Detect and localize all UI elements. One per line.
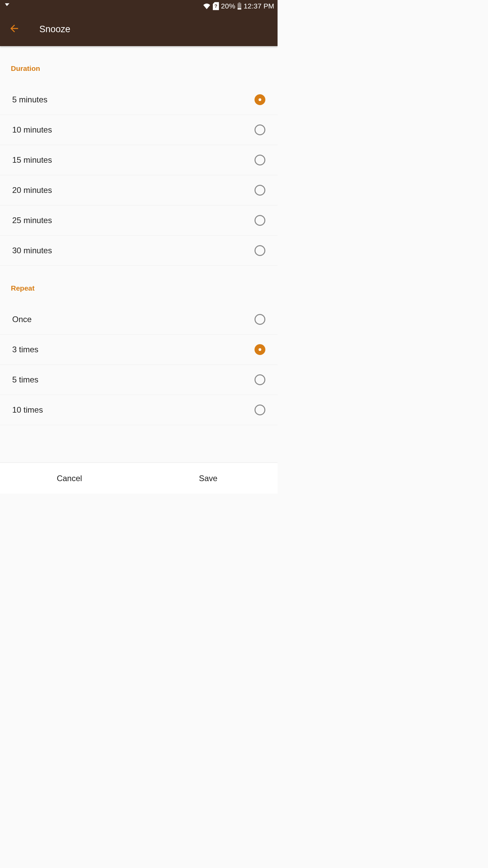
content-scroll[interactable]: Duration 5 minutes 10 minutes 15 minutes… bbox=[0, 46, 278, 462]
back-arrow-icon bbox=[8, 23, 20, 36]
duration-option-10-minutes[interactable]: 10 minutes bbox=[0, 115, 278, 145]
option-label: 10 minutes bbox=[12, 125, 255, 135]
statusbar: ? 20% 12:37 PM bbox=[0, 0, 278, 12]
screen: ? 20% 12:37 PM Snooze bbox=[0, 0, 278, 494]
option-label: 25 minutes bbox=[12, 216, 255, 225]
radio-selected-icon bbox=[255, 344, 265, 355]
option-label: 30 minutes bbox=[12, 246, 255, 255]
svg-text:?: ? bbox=[215, 3, 218, 9]
radio-unselected-icon bbox=[255, 374, 265, 385]
clock-text: 12:37 PM bbox=[244, 2, 274, 10]
duration-option-30-minutes[interactable]: 30 minutes bbox=[0, 236, 278, 266]
duration-option-20-minutes[interactable]: 20 minutes bbox=[0, 175, 278, 205]
svg-rect-4 bbox=[238, 8, 241, 9]
radio-unselected-icon bbox=[255, 215, 265, 226]
battery-icon bbox=[237, 2, 242, 10]
statusbar-right: ? 20% 12:37 PM bbox=[203, 2, 274, 10]
appbar: Snooze bbox=[0, 12, 278, 46]
repeat-option-once[interactable]: Once bbox=[0, 304, 278, 335]
footer: Cancel Save bbox=[0, 462, 278, 494]
duration-heading: Duration bbox=[0, 46, 278, 85]
radio-unselected-icon bbox=[255, 185, 265, 196]
page-title: Snooze bbox=[39, 24, 70, 35]
duration-option-15-minutes[interactable]: 15 minutes bbox=[0, 145, 278, 175]
cancel-button[interactable]: Cancel bbox=[0, 463, 139, 494]
option-label: Once bbox=[12, 315, 255, 324]
option-label: 3 times bbox=[12, 345, 255, 354]
wifi-icon bbox=[203, 2, 211, 10]
sim-unknown-icon: ? bbox=[213, 2, 219, 10]
option-label: 5 minutes bbox=[12, 95, 255, 104]
option-label: 10 times bbox=[12, 405, 255, 415]
radio-selected-icon bbox=[255, 94, 265, 105]
radio-unselected-icon bbox=[255, 314, 265, 325]
battery-percentage-text: 20% bbox=[221, 2, 235, 10]
svg-rect-2 bbox=[239, 2, 241, 3]
radio-unselected-icon bbox=[255, 245, 265, 256]
repeat-option-10-times[interactable]: 10 times bbox=[0, 395, 278, 425]
repeat-heading: Repeat bbox=[0, 266, 278, 304]
duration-option-25-minutes[interactable]: 25 minutes bbox=[0, 205, 278, 236]
option-label: 20 minutes bbox=[12, 185, 255, 195]
option-label: 15 minutes bbox=[12, 155, 255, 165]
back-button[interactable] bbox=[6, 21, 22, 37]
repeat-option-3-times[interactable]: 3 times bbox=[0, 335, 278, 365]
statusbar-left bbox=[3, 2, 11, 10]
option-label: 5 times bbox=[12, 375, 255, 384]
save-button[interactable]: Save bbox=[139, 463, 278, 494]
repeat-option-5-times[interactable]: 5 times bbox=[0, 365, 278, 395]
radio-unselected-icon bbox=[255, 155, 265, 165]
duration-option-5-minutes[interactable]: 5 minutes bbox=[0, 85, 278, 115]
radio-unselected-icon bbox=[255, 405, 265, 415]
app-notification-icon bbox=[3, 2, 11, 10]
radio-unselected-icon bbox=[255, 124, 265, 135]
